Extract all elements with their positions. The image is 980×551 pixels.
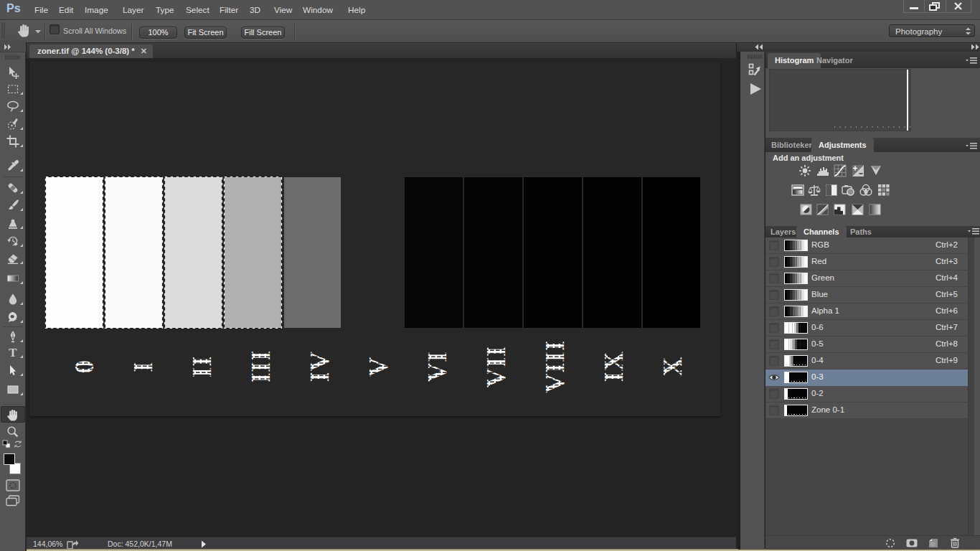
svg-text:IV: IV [305, 351, 334, 382]
svg-text:III: III [246, 350, 275, 383]
svg-text:X: X [658, 357, 687, 377]
svg-text:II: II [187, 356, 217, 378]
svg-text:I: I [128, 361, 158, 372]
svg-text:0: 0 [70, 359, 99, 373]
svg-text:T: T [9, 346, 17, 359]
svg-text:VII: VII [481, 346, 511, 387]
svg-text:VIII: VIII [540, 340, 570, 393]
svg-text:VI: VI [423, 351, 452, 382]
svg-text:V: V [364, 357, 393, 377]
svg-text:IX: IX [599, 351, 628, 382]
